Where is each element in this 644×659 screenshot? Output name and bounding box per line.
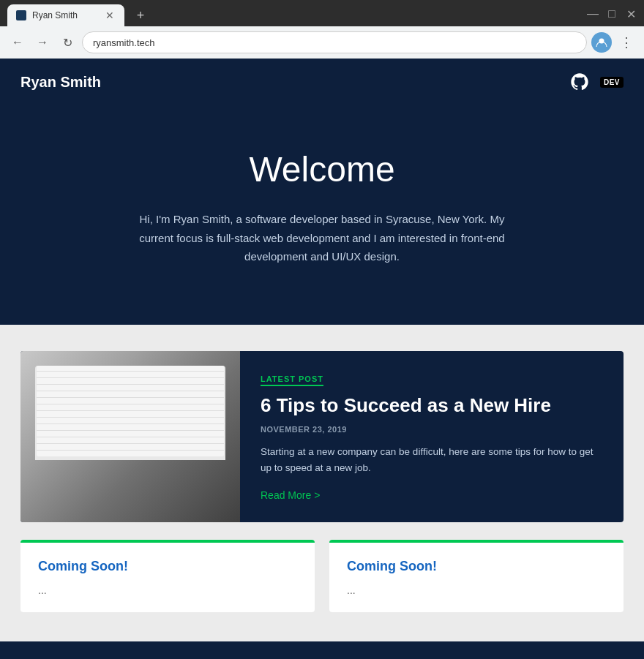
post-excerpt: Starting at a new company can be difficu… <box>261 444 603 475</box>
post-title: 6 Tips to Succeed as a New Hire <box>261 393 603 418</box>
coming-soon-body-1: ... <box>38 584 297 596</box>
reload-button[interactable]: ↻ <box>57 32 78 53</box>
tab-favicon <box>16 10 26 20</box>
window-controls: — □ ✕ <box>587 8 637 23</box>
website: Ryan Smith DEV Welcome Hi, I'm Ryan Smit… <box>0 59 644 659</box>
coming-soon-cards: Coming Soon! ... Coming Soon! ... <box>20 540 624 612</box>
github-icon[interactable] <box>569 72 590 92</box>
profile-button[interactable] <box>591 32 612 53</box>
nav-icons: DEV <box>569 72 624 92</box>
new-tab-button[interactable]: + <box>130 5 151 26</box>
tab-close-button[interactable]: ✕ <box>104 10 116 21</box>
browser-titlebar: Ryan Smith ✕ + — □ ✕ <box>0 0 644 26</box>
browser-menu-button[interactable]: ⋮ <box>616 32 637 53</box>
back-button[interactable]: ← <box>7 32 28 53</box>
dev-icon[interactable]: DEV <box>600 77 624 88</box>
address-bar[interactable] <box>82 31 587 53</box>
site-logo: Ryan Smith <box>20 74 101 91</box>
svg-point-0 <box>599 39 604 44</box>
hero-section: Welcome Hi, I'm Ryan Smith, a software d… <box>0 105 644 325</box>
browser-toolbar: ← → ↻ ⋮ <box>0 26 644 59</box>
hero-title: Welcome <box>59 149 585 189</box>
post-tag: LATEST POST <box>261 374 323 386</box>
close-button[interactable]: ✕ <box>625 8 637 20</box>
post-date: NOVEMBER 23, 2019 <box>261 425 603 434</box>
browser-chrome: Ryan Smith ✕ + — □ ✕ ← → ↻ ⋮ <box>0 0 644 59</box>
featured-post-image <box>20 351 240 523</box>
coming-soon-title-2: Coming Soon! <box>347 559 606 574</box>
tab-title: Ryan Smith <box>32 10 98 20</box>
browser-tab[interactable]: Ryan Smith ✕ <box>7 4 124 26</box>
content-area: LATEST POST 6 Tips to Succeed as a New H… <box>0 325 644 642</box>
coming-soon-card-2: Coming Soon! ... <box>329 540 624 612</box>
site-nav: Ryan Smith DEV <box>0 59 644 105</box>
coming-soon-title-1: Coming Soon! <box>38 559 297 574</box>
featured-post-card: LATEST POST 6 Tips to Succeed as a New H… <box>20 351 624 523</box>
read-more-link[interactable]: Read More > <box>261 489 320 501</box>
featured-post-content: LATEST POST 6 Tips to Succeed as a New H… <box>240 351 624 523</box>
forward-button[interactable]: → <box>32 32 53 53</box>
laptop-image <box>20 351 240 523</box>
coming-soon-card-1: Coming Soon! ... <box>20 540 315 612</box>
maximize-button[interactable]: □ <box>606 8 618 20</box>
minimize-button[interactable]: — <box>587 8 599 20</box>
hero-description: Hi, I'm Ryan Smith, a software developer… <box>132 210 512 266</box>
coming-soon-body-2: ... <box>347 584 606 596</box>
site-footer: RYAN SMITH <box>0 641 644 659</box>
